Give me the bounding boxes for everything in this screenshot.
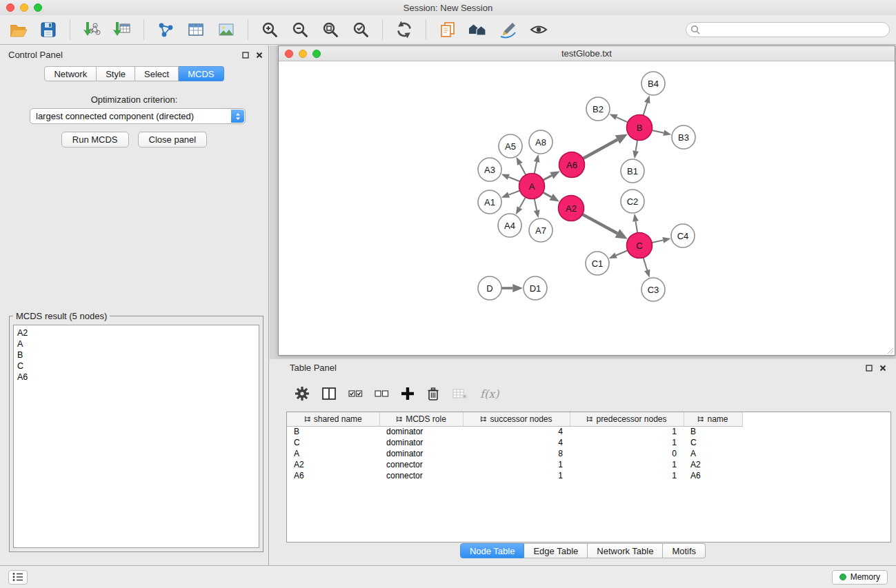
network-canvas[interactable]: B4B2BB3A5A8A6B1A3AC2A1A2A4A7C4CC1C3DD1 — [279, 61, 895, 355]
show-columns-button[interactable] — [321, 387, 337, 401]
tab-motifs[interactable]: Motifs — [663, 543, 706, 558]
graph-node-label-A6: A6 — [566, 160, 577, 170]
network-close-button[interactable] — [285, 50, 293, 58]
column-header-mcds-role[interactable]: MCDS role — [379, 412, 463, 426]
graph-edge-B-B2[interactable] — [617, 117, 628, 122]
float-panel-button[interactable] — [242, 52, 249, 59]
graph-edge-arrowhead — [633, 150, 639, 159]
table-row[interactable]: B dominator 4 1 B — [287, 426, 742, 437]
graph-edge-A-A4[interactable] — [519, 197, 526, 207]
save-session-button[interactable] — [36, 17, 61, 42]
node-table-grid: shared name MCDS role successor nodes pr… — [287, 412, 743, 481]
function-builder-button[interactable]: f(x) — [480, 387, 499, 401]
import-network-icon — [82, 21, 101, 39]
graph-edge-A-A1[interactable] — [509, 191, 520, 195]
graph-edge-A-A5[interactable] — [520, 164, 526, 175]
annotation-button[interactable] — [496, 17, 521, 42]
graph-edge-C-C2[interactable] — [636, 221, 638, 233]
graph-edge-A-A2[interactable] — [543, 192, 551, 197]
float-table-panel-button[interactable] — [866, 365, 873, 372]
close-panel-push-button[interactable]: Close panel — [138, 132, 208, 148]
graph-node-label-A: A — [529, 181, 535, 192]
tab-node-table[interactable]: Node Table — [460, 543, 525, 558]
graph-edge-arrowhead — [662, 237, 670, 243]
table-row[interactable]: A dominator 8 0 A — [287, 448, 742, 459]
network-window-titlebar[interactable]: testGlobe.txt — [279, 46, 895, 61]
graph-edge-B-B1[interactable] — [636, 140, 637, 151]
tab-mcds[interactable]: MCDS — [179, 66, 223, 81]
mcds-result-list[interactable]: A2 A B C A6 — [13, 325, 259, 548]
task-history-button[interactable] — [8, 570, 28, 585]
graph-edge-C-C1[interactable] — [616, 250, 628, 255]
close-table-panel-button[interactable] — [879, 365, 886, 372]
zoom-out-button[interactable] — [288, 17, 312, 42]
table-row[interactable]: A6 connector 1 1 A6 — [287, 470, 742, 481]
mcds-result-box: MCDS result (5 nodes) A2 A B C A6 — [9, 316, 263, 552]
export-network-button[interactable] — [153, 17, 178, 42]
column-header-name[interactable]: name — [684, 412, 742, 426]
column-header-shared-name[interactable]: shared name — [287, 412, 379, 426]
deselect-all-button[interactable] — [375, 388, 389, 399]
tab-style[interactable]: Style — [97, 66, 135, 81]
table-settings-button[interactable] — [295, 386, 310, 401]
table-row[interactable]: A2 connector 1 1 A2 — [287, 459, 742, 470]
documents-button[interactable] — [435, 17, 460, 42]
delete-column-button[interactable] — [426, 386, 440, 401]
network-zoom-button[interactable] — [312, 50, 321, 58]
close-window-button[interactable] — [6, 3, 14, 12]
delete-table-button[interactable] — [452, 387, 468, 401]
apply-layout-button[interactable] — [392, 17, 417, 42]
graph-edge-arrowhead — [633, 214, 639, 222]
network-desktop: testGlobe.txt B4B2BB3A5A8A6B1A3AC2A1A2A4… — [270, 45, 896, 565]
search-input[interactable] — [703, 25, 885, 34]
tab-select[interactable]: Select — [135, 66, 179, 81]
graph-node-label-A7: A7 — [535, 225, 546, 236]
tab-edge-table[interactable]: Edge Table — [524, 543, 588, 558]
graph-edge-arrowhead — [609, 252, 617, 258]
tab-network[interactable]: Network — [44, 66, 97, 81]
import-table-button[interactable] — [110, 17, 135, 42]
network-minimize-button[interactable] — [299, 50, 307, 58]
graph-edge-A-A7[interactable] — [535, 199, 537, 210]
zoom-window-button[interactable] — [34, 3, 42, 12]
zoom-selected-button[interactable] — [348, 17, 373, 42]
minimize-window-button[interactable] — [20, 3, 28, 12]
export-image-button[interactable] — [214, 17, 239, 42]
column-sort-icon — [697, 416, 704, 423]
column-header-successor-nodes[interactable]: successor nodes — [463, 412, 570, 426]
graph-edge-A-A6[interactable] — [543, 176, 551, 181]
select-all-button[interactable] — [348, 388, 363, 399]
add-column-button[interactable] — [401, 387, 415, 401]
home-icon — [468, 21, 488, 39]
zoom-in-button[interactable] — [257, 17, 282, 42]
graph-edge-A2-C[interactable] — [582, 214, 617, 234]
memory-button[interactable]: Memory — [832, 570, 888, 585]
tab-network-table[interactable]: Network Table — [588, 543, 663, 558]
table-row[interactable]: C dominator 4 1 C — [287, 437, 742, 448]
resize-grip-icon[interactable] — [887, 347, 894, 354]
criterion-select[interactable]: largest connected component (directed) — [30, 108, 246, 124]
graph-edge-B-B3[interactable] — [652, 130, 664, 133]
graph-node-label-C: C — [636, 241, 642, 251]
import-network-button[interactable] — [79, 17, 104, 42]
graph-edge-arrowhead — [644, 95, 650, 103]
network-home-button[interactable] — [466, 17, 490, 42]
open-session-button[interactable] — [6, 17, 30, 42]
zoom-in-icon — [261, 21, 279, 39]
search-field[interactable] — [686, 22, 890, 37]
zoom-fit-button[interactable] — [318, 17, 343, 42]
run-mcds-button[interactable]: Run MCDS — [61, 132, 129, 148]
graph-edge-A6-B[interactable] — [583, 140, 617, 159]
toolbar-separator — [248, 19, 248, 40]
graph-edge-C-C3[interactable] — [644, 258, 648, 270]
graph-edge-arrowhead — [516, 206, 522, 214]
graph-edge-A-A8[interactable] — [535, 162, 537, 174]
toggle-details-button[interactable] — [526, 17, 551, 42]
graph-edge-A-A3[interactable] — [508, 177, 519, 181]
graph-edge-B-B4[interactable] — [644, 103, 648, 115]
network-window-title: testGlobe.txt — [279, 48, 895, 59]
export-table-button[interactable] — [183, 17, 208, 42]
graph-edge-C-C4[interactable] — [652, 240, 663, 243]
close-panel-button[interactable] — [256, 52, 263, 59]
column-header-predecessor-nodes[interactable]: predecessor nodes — [570, 412, 684, 426]
